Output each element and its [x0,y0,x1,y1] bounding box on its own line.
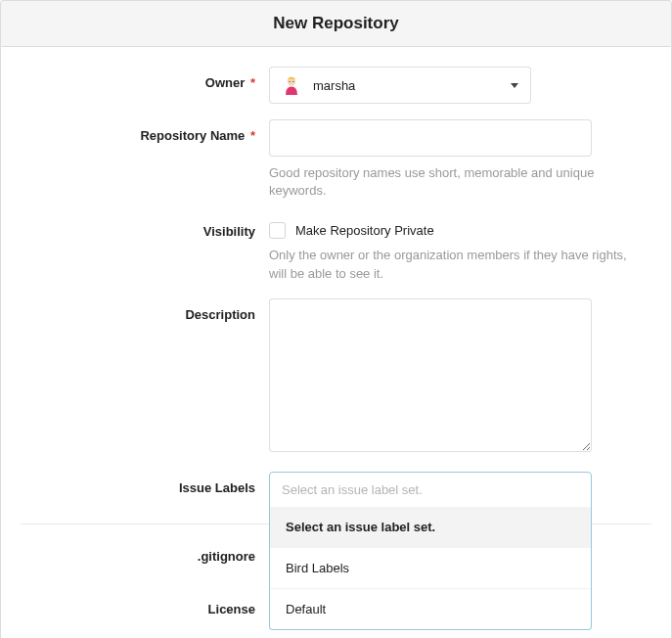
field-owner: Owner * marsha [21,67,651,104]
label-visibility: Visibility [21,215,269,239]
repo-name-input[interactable] [269,119,592,157]
owner-name: marsha [313,78,355,93]
issue-labels-input[interactable] [269,472,592,508]
issue-labels-combo: Select an issue label set. Bird Labels D… [269,472,592,508]
svg-point-3 [292,81,293,82]
field-description: Description [21,298,651,456]
control-issue-labels: Select an issue label set. Bird Labels D… [269,472,651,508]
control-repo-name: Good repository names use short, memorab… [269,119,651,200]
svg-point-2 [290,81,291,82]
field-issue-labels: Issue Labels Select an issue label set. … [21,472,651,508]
label-repo-name: Repository Name * [21,119,269,143]
page-header: New Repository [0,0,672,47]
required-marker: * [250,128,255,143]
description-textarea[interactable] [269,298,592,452]
page-title: New Repository [1,14,671,33]
label-owner: Owner * [21,67,269,90]
form-body: Owner * marsha Repository Name * [0,47,672,638]
label-issue-labels: Issue Labels [21,472,269,495]
owner-dropdown[interactable]: marsha [269,67,531,104]
field-repo-name: Repository Name * Good repository names … [21,119,651,200]
field-visibility: Visibility Make Repository Private Only … [21,215,651,282]
visibility-help: Only the owner or the organization membe… [269,247,641,282]
label-description: Description [21,298,269,322]
private-checkbox-label[interactable]: Make Repository Private [295,223,434,238]
required-marker: * [250,75,255,90]
label-license: License [21,593,269,616]
private-checkbox[interactable] [269,222,286,239]
issue-labels-option-placeholder[interactable]: Select an issue label set. [270,507,591,547]
issue-labels-option-default[interactable]: Default [270,588,591,629]
visibility-checkbox-row: Make Repository Private [269,215,651,239]
label-gitignore: .gitignore [21,540,269,564]
control-visibility: Make Repository Private Only the owner o… [269,215,651,282]
caret-down-icon [511,83,518,88]
repo-name-help: Good repository names use short, memorab… [269,164,641,200]
control-description [269,298,651,456]
label-owner-text: Owner [205,75,245,90]
avatar-icon [282,75,301,95]
issue-labels-menu: Select an issue label set. Bird Labels D… [269,507,592,630]
label-repo-name-text: Repository Name [140,128,245,143]
issue-labels-option-bird[interactable]: Bird Labels [270,547,591,588]
control-owner: marsha [269,67,651,104]
